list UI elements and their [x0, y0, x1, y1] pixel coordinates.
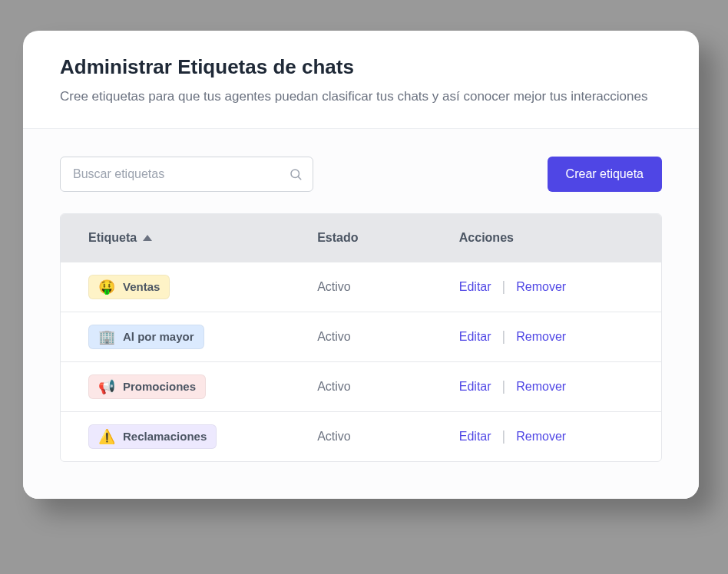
tag-chip: 📢Promociones [88, 374, 206, 399]
cell-actions: Editar|Remover [459, 378, 634, 394]
table-row: 📢PromocionesActivoEditar|Remover [61, 361, 661, 411]
table-row: 🤑VentasActivoEditar|Remover [61, 262, 661, 312]
cell-label: ⚠️Reclamaciones [88, 424, 317, 449]
remove-link[interactable]: Remover [516, 380, 566, 394]
page-subtitle: Cree etiquetas para que tus agentes pued… [60, 87, 662, 107]
tag-name: Al por mayor [123, 330, 194, 343]
toolbar: Crear etiqueta [60, 157, 662, 192]
tag-chip: 🤑Ventas [88, 275, 170, 299]
search-wrap [60, 157, 313, 192]
edit-link[interactable]: Editar [459, 280, 491, 294]
table-row: ⚠️ReclamacionesActivoEditar|Remover [61, 411, 661, 461]
sort-asc-icon [143, 235, 152, 241]
cell-actions: Editar|Remover [459, 328, 634, 345]
action-separator: | [502, 279, 506, 295]
column-header-label-text: Etiqueta [88, 231, 137, 245]
tags-table: Etiqueta Estado Acciones 🤑VentasActivoEd… [60, 213, 662, 462]
remove-link[interactable]: Remover [516, 430, 566, 444]
card-content: Crear etiqueta Etiqueta Estado Acciones … [23, 129, 699, 499]
edit-link[interactable]: Editar [459, 380, 491, 394]
tag-name: Ventas [123, 280, 160, 293]
cell-actions: Editar|Remover [459, 428, 634, 444]
tag-name: Reclamaciones [123, 430, 207, 443]
column-header-actions: Acciones [459, 231, 634, 245]
cell-status: Activo [317, 280, 459, 294]
table-header: Etiqueta Estado Acciones [61, 214, 661, 262]
table-body: 🤑VentasActivoEditar|Remover🏢Al por mayor… [61, 262, 661, 461]
tag-name: Promociones [123, 380, 196, 393]
create-tag-button[interactable]: Crear etiqueta [548, 157, 662, 192]
action-separator: | [502, 378, 506, 394]
remove-link[interactable]: Remover [516, 330, 566, 344]
edit-link[interactable]: Editar [459, 430, 491, 444]
cell-label: 🤑Ventas [88, 275, 317, 299]
settings-card: Administrar Etiquetas de chats Cree etiq… [23, 31, 699, 499]
cell-status: Activo [317, 380, 459, 394]
column-header-label[interactable]: Etiqueta [88, 231, 317, 245]
action-separator: | [502, 428, 506, 444]
card-header: Administrar Etiquetas de chats Cree etiq… [23, 31, 699, 129]
column-header-status: Estado [317, 231, 459, 245]
table-row: 🏢Al por mayorActivoEditar|Remover [61, 312, 661, 361]
tag-emoji-icon: 📢 [98, 380, 115, 394]
cell-actions: Editar|Remover [459, 279, 634, 295]
tag-chip: ⚠️Reclamaciones [88, 424, 217, 449]
page-title: Administrar Etiquetas de chats [60, 55, 662, 79]
cell-status: Activo [317, 330, 459, 344]
action-separator: | [502, 328, 506, 345]
tag-chip: 🏢Al por mayor [88, 325, 204, 349]
tag-emoji-icon: 🤑 [98, 280, 115, 294]
cell-label: 🏢Al por mayor [88, 325, 317, 349]
cell-status: Activo [317, 430, 459, 444]
edit-link[interactable]: Editar [459, 330, 491, 344]
remove-link[interactable]: Remover [516, 280, 566, 294]
search-input[interactable] [60, 157, 313, 192]
tag-emoji-icon: ⚠️ [98, 430, 115, 444]
cell-label: 📢Promociones [88, 374, 317, 399]
tag-emoji-icon: 🏢 [98, 330, 115, 344]
